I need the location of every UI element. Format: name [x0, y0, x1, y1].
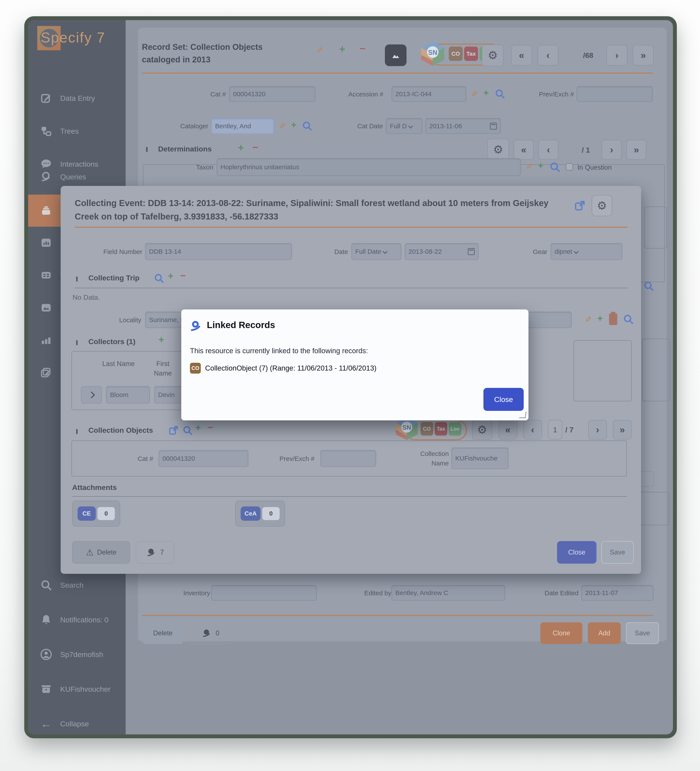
form-settings-button[interactable]: ⚙ — [482, 44, 503, 66]
sidebar-item-search[interactable]: Search — [28, 574, 126, 596]
chevron-right-icon — [88, 391, 95, 399]
date-input[interactable]: 2013-08-22 — [404, 243, 479, 260]
cat-date-precision-select[interactable]: Full D — [386, 118, 422, 134]
loc-table-badge[interactable]: Loc — [449, 422, 461, 436]
locality-add-icon[interactable]: + — [597, 315, 603, 322]
accession-edit-icon[interactable]: ✎ — [471, 90, 478, 98]
taxon-label: Taxon — [167, 158, 213, 176]
co-cat-number-input[interactable]: 000041320 — [159, 450, 248, 467]
dialog-settings-button[interactable]: ⚙ — [592, 195, 612, 216]
save-button[interactable]: Save — [626, 622, 659, 644]
add-record-icon[interactable]: + — [339, 45, 345, 53]
dialog-save-button[interactable]: Save — [601, 541, 634, 564]
in-question-checkbox[interactable] — [566, 163, 573, 171]
determinations-next-button[interactable]: › — [602, 140, 622, 160]
locality-search-icon[interactable] — [622, 313, 634, 325]
taxon-edit-icon[interactable]: ✎ — [526, 163, 533, 171]
co-table-badge[interactable]: CO — [449, 47, 463, 61]
gear-select[interactable]: dipnet — [551, 243, 622, 260]
co-collection-name-input[interactable]: KUFishvouche — [452, 447, 508, 469]
nav-last-button[interactable]: » — [633, 45, 654, 65]
clipboard-icon[interactable] — [609, 313, 617, 325]
prev-exch-input[interactable] — [577, 86, 653, 102]
sn-cube-icon[interactable]: SN — [419, 41, 446, 67]
date-edited-input[interactable]: 2013-11-07 — [581, 585, 654, 601]
edit-pencil-icon[interactable]: ✎ — [316, 46, 323, 54]
tax-table-badge[interactable]: Tax — [435, 422, 447, 436]
sidebar-item-collapse[interactable]: ← Collapse — [28, 713, 126, 734]
clone-button[interactable]: Clone — [540, 622, 582, 644]
add-button[interactable]: Add — [588, 622, 621, 644]
co-last-button[interactable]: » — [613, 420, 632, 439]
collector-expand-button[interactable] — [81, 386, 102, 403]
determinations-add-icon[interactable]: + — [238, 144, 244, 152]
dialog-close-button[interactable]: Close — [557, 541, 596, 564]
sidebar-item-queries[interactable]: Queries — [28, 166, 126, 188]
determinations-last-button[interactable]: » — [626, 140, 646, 160]
cataloger-search-icon[interactable] — [302, 120, 313, 132]
date-precision-select[interactable]: Full Date — [351, 243, 401, 260]
accession-add-icon[interactable]: + — [483, 89, 489, 96]
sidebar-item-collection[interactable]: KUFishvoucher — [28, 678, 126, 700]
collecting-trip-collapse-icon[interactable] — [76, 277, 78, 280]
linked-record-text[interactable]: CollectionObject (7) (Range: 11/06/2013 … — [205, 364, 377, 372]
determinations-first-button[interactable]: « — [514, 140, 534, 160]
co-prev-button[interactable]: ‹ — [523, 420, 542, 439]
collection-objects-collapse-icon[interactable] — [76, 429, 78, 433]
sidebar-item-data-entry[interactable]: Data Entry — [28, 87, 126, 109]
determinations-remove-icon[interactable]: − — [252, 143, 258, 151]
taxon-input[interactable]: Hoplerythrinus unitaeniatus — [217, 158, 521, 176]
inventory-input[interactable] — [211, 585, 317, 601]
resize-handle[interactable] — [519, 412, 526, 418]
collecting-trip-add-icon[interactable]: + — [168, 272, 174, 280]
co-prev-exch-input[interactable] — [320, 450, 376, 467]
dialog-delete-button[interactable]: ⚠ Delete — [72, 541, 130, 564]
collectors-collapse-icon[interactable] — [76, 340, 78, 344]
collecting-trip-remove-icon[interactable]: − — [180, 272, 186, 279]
collection-objects-add-icon[interactable]: + — [195, 424, 201, 431]
sidebar-item-trees[interactable]: Trees — [28, 120, 126, 142]
taxon-search-icon[interactable] — [549, 161, 561, 173]
cat-date-input[interactable]: 2013-11-06 — [426, 118, 501, 134]
ce-attachments-badge-button[interactable]: CE 0 — [72, 501, 120, 527]
field-number-input[interactable]: DDB 13-14 — [145, 243, 292, 260]
cataloger-edit-icon[interactable]: ✎ — [279, 122, 286, 130]
dialog-usages-button[interactable]: 7 — [136, 541, 174, 564]
nav-prev-button[interactable]: ‹ — [538, 45, 558, 65]
taxon-add-icon[interactable]: + — [538, 162, 543, 169]
cataloger-input[interactable]: Bentley, And — [211, 118, 274, 134]
usages-button[interactable]: 0 — [189, 622, 232, 644]
collectors-add-icon[interactable]: + — [159, 336, 164, 343]
open-in-new-tab-icon[interactable] — [573, 199, 586, 212]
collecting-trip-search-icon[interactable] — [153, 273, 165, 284]
locality-edit-icon[interactable]: ✎ — [585, 316, 592, 324]
remove-record-icon[interactable]: − — [359, 44, 365, 53]
accession-input[interactable]: 2013-IC-044 — [391, 86, 466, 102]
tax-table-badge[interactable]: Tax — [464, 47, 478, 61]
cataloger-add-icon[interactable]: + — [291, 121, 297, 128]
cea-attachments-badge-button[interactable]: CeA 0 — [235, 501, 285, 527]
sidebar-item-user[interactable]: Sp7demofish — [28, 644, 126, 665]
attachments-preview-button[interactable] — [385, 44, 406, 66]
determinations-settings-button[interactable]: ⚙ — [487, 139, 509, 160]
nav-first-button[interactable]: « — [511, 45, 532, 65]
co-first-button[interactable]: « — [499, 420, 517, 439]
collection-objects-open-icon[interactable] — [168, 425, 179, 436]
sidebar-item-notifications[interactable]: Notifications: 0 — [28, 609, 126, 631]
linked-records-close-button[interactable]: Close — [483, 388, 524, 411]
co-index-input[interactable]: 1 — [548, 420, 562, 439]
collector-last-name-input[interactable]: Bloom — [106, 386, 150, 403]
remarks-textarea[interactable] — [573, 340, 632, 401]
determinations-collapse-icon[interactable] — [146, 147, 148, 151]
co-settings-button[interactable]: ⚙ — [472, 420, 492, 440]
determinations-prev-button[interactable]: ‹ — [538, 140, 558, 160]
nav-next-button[interactable]: › — [606, 45, 627, 65]
collection-objects-remove-icon[interactable]: − — [208, 423, 213, 431]
accession-search-icon[interactable] — [494, 88, 505, 99]
co-table-badge[interactable]: CO — [421, 422, 433, 436]
edited-by-input[interactable]: Bentley, Andrew C — [391, 585, 505, 601]
cat-number-input[interactable]: 000041320 — [229, 86, 315, 102]
delete-button[interactable]: Delete — [142, 622, 184, 644]
co-next-button[interactable]: › — [588, 420, 607, 439]
collection-objects-search-icon[interactable] — [182, 425, 193, 436]
